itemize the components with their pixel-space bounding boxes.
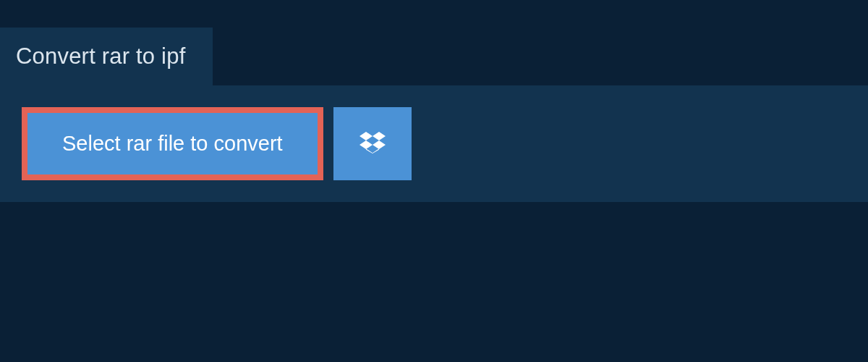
select-file-label: Select rar file to convert — [62, 132, 283, 156]
main-panel: Select rar file to convert — [0, 85, 868, 202]
dropbox-button[interactable] — [333, 107, 412, 180]
page-title: Convert rar to ipf — [16, 43, 185, 70]
select-file-button[interactable]: Select rar file to convert — [22, 107, 323, 180]
dropbox-icon — [359, 130, 386, 158]
tab-header: Convert rar to ipf — [0, 28, 213, 85]
button-row: Select rar file to convert — [22, 107, 846, 180]
